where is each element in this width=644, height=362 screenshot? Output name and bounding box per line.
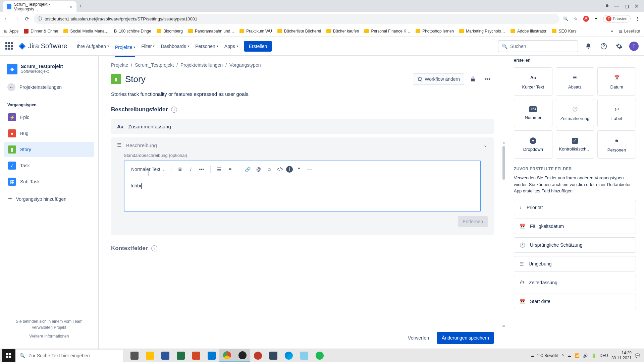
bookmark-item[interactable]: Dinner & Crime — [24, 29, 58, 34]
minimize-icon[interactable]: — — [614, 3, 619, 9]
info-icon[interactable]: i — [151, 245, 157, 251]
editor-content[interactable]: Ichbi — [124, 177, 480, 211]
bookmark-item[interactable]: SEO Kurs — [552, 29, 576, 34]
prev-field-startdate[interactable]: 📅Start date — [514, 294, 636, 309]
sidebar-item-story[interactable]: ▮Story — [4, 142, 94, 157]
nav-filters[interactable]: Filter▾ — [141, 42, 155, 51]
field-type-paragraph[interactable]: ☰Absatz — [556, 67, 594, 96]
prev-field-priority[interactable]: ↕Priorität — [514, 200, 636, 215]
browser-tab[interactable]: Scrum_Testprojekt - Vorgangsty… × — [3, 1, 76, 12]
onedrive-icon[interactable]: ☁ — [567, 353, 571, 358]
battery-icon[interactable]: 🔋 — [591, 353, 596, 358]
settings-icon[interactable] — [614, 41, 625, 52]
sidebar-item-task[interactable]: ✓Task — [4, 158, 94, 173]
reading-list[interactable]: ▤Leseliste — [619, 29, 640, 34]
close-window-icon[interactable]: ✕ — [634, 3, 639, 9]
nav-your-work[interactable]: Ihre Aufgaben▾ — [77, 42, 109, 51]
field-type-dropdown[interactable]: ▾Dropdown — [514, 130, 552, 159]
mention-icon[interactable]: @ — [254, 165, 263, 174]
add-issue-type[interactable]: +Vorgangstyp hinzufügen — [4, 192, 94, 206]
word-icon[interactable] — [158, 349, 173, 362]
field-summary[interactable]: Aa Zusammenfassung — [111, 119, 494, 134]
bookmark-item[interactable]: Panoramabahn und… — [188, 29, 234, 34]
powerpoint-icon[interactable] — [189, 349, 204, 362]
breadcrumb-item[interactable]: Vorgangstypen — [229, 62, 261, 68]
spotify-icon[interactable] — [312, 349, 327, 362]
app-icon[interactable] — [250, 349, 266, 362]
remove-button[interactable]: Entfernen — [458, 216, 488, 227]
obs-icon[interactable] — [235, 349, 250, 362]
create-button[interactable]: Erstellen — [244, 41, 272, 52]
star-icon[interactable]: ☆ — [573, 16, 579, 22]
sidebar-item-epic[interactable]: ⚡Epic — [4, 110, 94, 125]
field-type-people[interactable]: ☻Personen — [597, 130, 636, 159]
emoji-icon[interactable]: ☺ — [265, 165, 274, 174]
lock-icon[interactable] — [467, 73, 479, 85]
bookmark-item[interactable]: Personal Finance K… — [364, 29, 410, 34]
more-info-link[interactable]: Weitere Informationen — [10, 333, 88, 339]
numbered-list-icon[interactable]: ≡ — [225, 165, 235, 174]
field-type-label[interactable]: 🏷Label — [597, 99, 636, 127]
prev-field-timetracking[interactable]: ⏱Zeiterfassung — [514, 275, 636, 290]
adblock-icon[interactable]: ABP — [583, 16, 589, 22]
wifi-icon[interactable]: 📶 — [575, 353, 580, 358]
nav-people[interactable]: Personen▾ — [195, 42, 218, 51]
bookmark-item[interactable]: Social Media Mana… — [63, 29, 108, 34]
info-panel-icon[interactable]: i — [286, 166, 293, 173]
sidebar-item-bug[interactable]: ●Bug — [4, 126, 94, 141]
bookmark-item[interactable]: B100 schöne Dinge — [114, 29, 151, 34]
new-tab-button[interactable]: + — [79, 3, 82, 9]
account-dot[interactable] — [606, 4, 608, 7]
bookmark-item[interactable]: Marketing Psycholo… — [459, 29, 505, 34]
field-type-date[interactable]: 📅Datum — [597, 67, 636, 96]
excel-icon[interactable] — [173, 349, 189, 362]
back-icon[interactable]: ← — [3, 16, 10, 22]
menu-icon[interactable]: ⋮ — [635, 16, 641, 22]
profile-paused-badge[interactable]: T Pausiert — [603, 15, 631, 22]
bookmark-overflow[interactable]: » — [611, 29, 613, 34]
scrollbar-thumb[interactable] — [502, 146, 505, 180]
divider-icon[interactable]: — — [305, 165, 314, 174]
notepad-icon[interactable] — [297, 349, 312, 362]
scroll-up-arrow[interactable]: ▲ — [502, 141, 505, 144]
save-changes-button[interactable]: Änderungen speichern — [437, 332, 494, 344]
field-type-checkbox[interactable]: ✓Kontrollkästch… — [556, 130, 594, 159]
back-to-settings[interactable]: ← Projekteinstellungen — [4, 80, 94, 95]
bookmark-item[interactable]: Adobe Illustrator — [511, 29, 546, 34]
field-type-short-text[interactable]: AaKurzer Text — [514, 67, 552, 96]
code-icon[interactable]: </> — [275, 165, 285, 174]
app-switcher-icon[interactable] — [5, 42, 13, 50]
field-type-timestamp[interactable]: 🕐Zeitmarkierung — [556, 99, 594, 127]
reload-icon[interactable]: ⟳ — [23, 16, 30, 22]
collapse-icon[interactable]: ⌄ — [483, 142, 488, 148]
discard-button[interactable]: Verwerfen — [404, 332, 433, 344]
bullet-list-icon[interactable]: ☰ — [215, 165, 224, 174]
chrome-icon[interactable] — [219, 349, 235, 362]
breadcrumb-item[interactable]: Scrum_Testprojekt — [135, 62, 174, 68]
help-icon[interactable] — [598, 41, 609, 52]
app-icon[interactable] — [266, 349, 281, 362]
user-avatar[interactable]: T — [629, 42, 639, 51]
nav-apps[interactable]: Apps▾ — [224, 42, 238, 51]
breadcrumb-item[interactable]: Projekte — [111, 62, 128, 68]
notifications-icon[interactable] — [583, 41, 594, 52]
bold-icon[interactable]: B — [175, 165, 185, 174]
bookmark-item[interactable]: Photoshop lernen — [416, 29, 454, 34]
italic-icon[interactable]: I — [186, 165, 196, 174]
notifications-icon[interactable]: 💬 — [635, 353, 640, 358]
search-input[interactable]: 🔍 Suchen — [498, 40, 578, 52]
zoom-icon[interactable]: 🔍 — [563, 16, 569, 22]
bookmark-item[interactable]: Praktikum WU — [239, 29, 272, 34]
bookmark-item[interactable]: Bücherliste Bücherei — [277, 29, 321, 34]
bookmark-apps[interactable]: ⊞Apps — [4, 29, 18, 34]
edge-icon[interactable] — [281, 349, 297, 362]
volume-icon[interactable]: 🔊 — [583, 353, 588, 358]
edit-workflow-button[interactable]: Workflow ändern — [413, 73, 464, 85]
jira-logo[interactable]: Jira Software — [18, 42, 67, 50]
clock[interactable]: 14:29 30.11.2021 — [611, 351, 632, 360]
nav-dashboards[interactable]: Dashboards▾ — [161, 42, 189, 51]
prev-field-environment[interactable]: ☰Umgebung — [514, 256, 636, 272]
weather-widget[interactable]: ☁4°C Bewölkt — [530, 353, 558, 358]
tray-expand-icon[interactable]: ^ — [562, 353, 564, 358]
quote-icon[interactable]: ❝ — [294, 165, 304, 174]
